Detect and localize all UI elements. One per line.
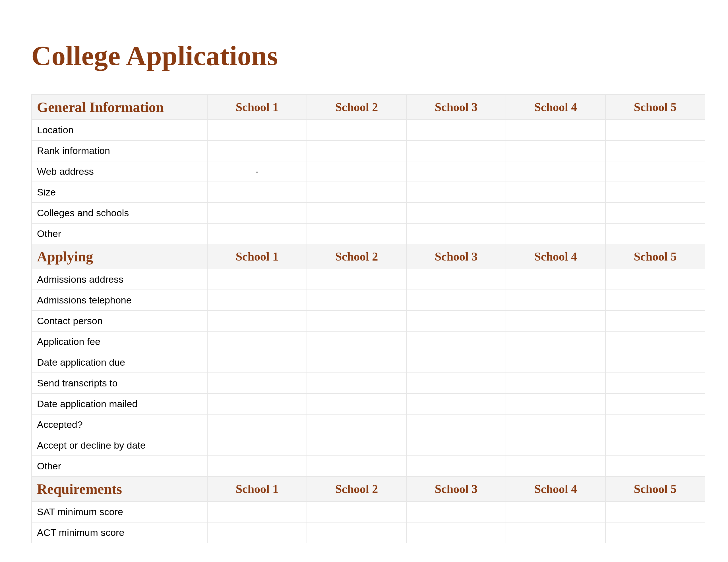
data-cell[interactable] [307, 269, 406, 290]
school-column-header: School 1 [207, 244, 307, 269]
data-cell[interactable] [307, 414, 406, 435]
data-cell[interactable] [605, 331, 705, 352]
data-cell[interactable] [406, 203, 506, 223]
data-cell[interactable] [406, 501, 506, 522]
school-column-header: School 2 [307, 95, 406, 120]
data-cell[interactable] [605, 310, 705, 331]
data-cell[interactable] [207, 414, 307, 435]
school-column-header: School 3 [406, 95, 506, 120]
data-cell[interactable] [207, 456, 307, 476]
data-cell[interactable] [307, 203, 406, 223]
data-cell[interactable] [605, 501, 705, 522]
data-cell[interactable] [605, 140, 705, 161]
data-cell[interactable] [207, 435, 307, 456]
data-cell[interactable] [605, 352, 705, 373]
data-cell[interactable] [506, 352, 605, 373]
data-cell[interactable] [207, 501, 307, 522]
data-cell[interactable] [207, 223, 307, 244]
data-cell[interactable] [307, 393, 406, 414]
data-cell[interactable] [605, 223, 705, 244]
data-cell[interactable] [406, 290, 506, 310]
data-cell[interactable] [406, 140, 506, 161]
data-cell[interactable] [605, 435, 705, 456]
data-cell[interactable] [506, 120, 605, 140]
data-cell[interactable] [307, 182, 406, 203]
data-cell[interactable] [307, 161, 406, 182]
data-cell[interactable] [506, 373, 605, 393]
data-cell[interactable] [207, 310, 307, 331]
data-cell[interactable] [506, 203, 605, 223]
table-row: Accept or decline by date [32, 435, 705, 456]
data-cell[interactable] [307, 435, 406, 456]
data-cell[interactable] [506, 310, 605, 331]
data-cell[interactable] [207, 393, 307, 414]
data-cell[interactable] [605, 182, 705, 203]
data-cell[interactable] [307, 456, 406, 476]
data-cell[interactable] [506, 435, 605, 456]
data-cell[interactable] [506, 331, 605, 352]
data-cell[interactable] [406, 161, 506, 182]
data-cell[interactable] [406, 310, 506, 331]
data-cell[interactable] [207, 140, 307, 161]
data-cell[interactable] [307, 352, 406, 373]
data-cell[interactable] [406, 120, 506, 140]
data-cell[interactable] [207, 373, 307, 393]
data-cell[interactable] [605, 290, 705, 310]
data-cell[interactable] [506, 223, 605, 244]
data-cell[interactable] [406, 414, 506, 435]
data-cell[interactable] [605, 203, 705, 223]
data-cell[interactable] [307, 120, 406, 140]
data-cell[interactable] [406, 456, 506, 476]
data-cell[interactable] [307, 331, 406, 352]
data-cell[interactable] [207, 522, 307, 543]
data-cell[interactable] [307, 501, 406, 522]
data-cell[interactable] [506, 393, 605, 414]
data-cell[interactable] [506, 414, 605, 435]
data-cell[interactable] [406, 223, 506, 244]
data-cell[interactable] [406, 182, 506, 203]
data-cell[interactable] [307, 522, 406, 543]
data-cell[interactable] [207, 352, 307, 373]
data-cell[interactable] [207, 269, 307, 290]
data-cell[interactable] [406, 393, 506, 414]
data-cell[interactable] [207, 120, 307, 140]
data-cell[interactable] [506, 161, 605, 182]
data-cell[interactable] [307, 140, 406, 161]
row-label: Admissions telephone [32, 290, 207, 310]
data-cell[interactable] [207, 182, 307, 203]
data-cell[interactable] [406, 331, 506, 352]
row-label: Size [32, 182, 207, 203]
data-cell[interactable] [506, 182, 605, 203]
data-cell[interactable] [307, 223, 406, 244]
data-cell[interactable] [406, 269, 506, 290]
data-cell[interactable] [605, 373, 705, 393]
data-cell[interactable] [605, 393, 705, 414]
data-cell[interactable] [207, 203, 307, 223]
data-cell[interactable] [605, 522, 705, 543]
section-title: Applying [32, 244, 207, 269]
data-cell[interactable] [506, 456, 605, 476]
data-cell[interactable] [506, 290, 605, 310]
data-cell[interactable] [605, 414, 705, 435]
data-cell[interactable] [506, 140, 605, 161]
data-cell[interactable] [506, 269, 605, 290]
data-cell[interactable]: - [207, 161, 307, 182]
data-cell[interactable] [207, 290, 307, 310]
data-cell[interactable] [605, 456, 705, 476]
data-cell[interactable] [406, 352, 506, 373]
table-row: Contact person [32, 310, 705, 331]
table-row: ACT minimum score [32, 522, 705, 543]
data-cell[interactable] [605, 269, 705, 290]
data-cell[interactable] [506, 501, 605, 522]
data-cell[interactable] [406, 435, 506, 456]
data-cell[interactable] [605, 120, 705, 140]
data-cell[interactable] [605, 161, 705, 182]
data-cell[interactable] [406, 522, 506, 543]
data-cell[interactable] [207, 331, 307, 352]
data-cell[interactable] [406, 373, 506, 393]
data-cell[interactable] [307, 310, 406, 331]
data-cell[interactable] [506, 522, 605, 543]
school-column-header: School 4 [506, 244, 605, 269]
data-cell[interactable] [307, 290, 406, 310]
data-cell[interactable] [307, 373, 406, 393]
